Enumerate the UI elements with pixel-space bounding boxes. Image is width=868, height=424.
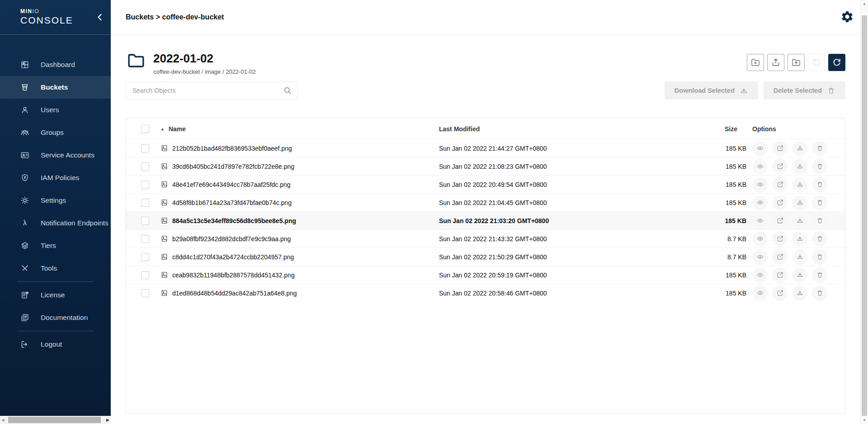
share-object-button[interactable] — [772, 177, 788, 192]
sidebar-item-label: Logout — [41, 340, 62, 348]
settings-gear-button[interactable] — [840, 10, 855, 25]
preview-object-button[interactable] — [752, 195, 768, 210]
preview-object-button[interactable] — [752, 231, 768, 247]
column-header-last-modified: Last Modified — [439, 125, 692, 133]
share-object-button[interactable] — [772, 141, 788, 156]
row-checkbox[interactable] — [141, 217, 149, 225]
delete-object-button[interactable] — [812, 195, 827, 210]
share-object-button[interactable] — [772, 267, 788, 283]
delete-object-button[interactable] — [812, 249, 827, 265]
delete-object-button[interactable] — [812, 267, 827, 283]
sidebar-item-notification-endpoints[interactable]: Notification Endpoints — [0, 212, 111, 234]
download-object-button[interactable] — [792, 177, 807, 192]
delete-object-button[interactable] — [812, 286, 827, 301]
delete-object-button[interactable] — [812, 231, 827, 247]
scroll-right-arrow[interactable]: ▶ — [106, 418, 109, 422]
row-checkbox[interactable] — [141, 162, 149, 171]
object-name: b29a08fbf92342d882dcbdf7e9c9c9aa.png — [172, 235, 291, 243]
sidebar-item-users[interactable]: Users — [0, 99, 111, 121]
upload-folder-button[interactable] — [788, 54, 805, 71]
sidebar-item-settings[interactable]: Settings — [0, 189, 111, 212]
sidebar-item-iam-policies[interactable]: IAM Policies — [0, 167, 111, 189]
download-object-button[interactable] — [792, 141, 807, 156]
table-row[interactable]: 212b052b1bad482fb8369533ebf0aeef.png Sun… — [126, 139, 845, 157]
row-checkbox[interactable] — [141, 181, 149, 189]
share-object-button[interactable] — [772, 213, 788, 229]
new-path-button[interactable] — [747, 54, 764, 71]
row-checkbox[interactable] — [141, 144, 149, 152]
row-checkbox[interactable] — [141, 199, 149, 207]
share-object-button[interactable] — [772, 159, 788, 174]
sidebar-item-label: Dashboard — [41, 61, 75, 69]
preview-object-button[interactable] — [752, 286, 768, 301]
download-icon — [796, 217, 804, 224]
share-object-button[interactable] — [772, 286, 788, 301]
preview-object-button[interactable] — [752, 249, 768, 265]
refresh-button[interactable] — [828, 54, 845, 71]
row-checkbox[interactable] — [141, 289, 149, 297]
object-name: 48e41ef7e69c443494cc78b7aaf25fdc.png — [172, 181, 291, 188]
download-object-button[interactable] — [792, 159, 807, 174]
preview-object-button[interactable] — [752, 159, 768, 174]
delete-object-button[interactable] — [812, 177, 827, 192]
shield-lock-icon — [20, 173, 29, 182]
table-row-highlighted[interactable]: 884a5c13c5e34eff89c56d8c95bee8e5.png Sun… — [126, 211, 845, 229]
share-object-button[interactable] — [772, 231, 788, 247]
download-object-button[interactable] — [792, 213, 807, 229]
row-checkbox[interactable] — [141, 235, 149, 243]
download-selected-button[interactable]: Download Selected — [665, 81, 758, 100]
sidebar-item-license[interactable]: License — [0, 284, 111, 306]
gear-icon — [840, 10, 854, 24]
table-row[interactable]: 48e41ef7e69c443494cc78b7aaf25fdc.png Sun… — [126, 175, 845, 193]
sidebar-item-buckets[interactable]: Buckets — [0, 76, 111, 99]
sidebar-item-tools[interactable]: Tools — [0, 257, 111, 280]
download-object-button[interactable] — [792, 195, 807, 210]
table-row[interactable]: ceab9832b11948bfb2887578dd451432.png Sun… — [126, 266, 845, 284]
scroll-up-arrow[interactable]: ▲ — [861, 2, 868, 6]
id-card-icon — [20, 151, 29, 160]
delete-object-button[interactable] — [812, 159, 827, 174]
rewind-button[interactable] — [808, 54, 825, 71]
eye-icon — [756, 271, 764, 279]
preview-object-button[interactable] — [752, 141, 768, 156]
column-header-name[interactable]: ▲Name — [153, 125, 439, 133]
row-checkbox[interactable] — [141, 271, 149, 279]
delete-selected-button[interactable]: Delete Selected — [764, 81, 845, 100]
sidebar-item-service-accounts[interactable]: Service Accounts — [0, 144, 111, 167]
sidebar-item-tiers[interactable]: Tiers — [0, 234, 111, 257]
preview-object-button[interactable] — [752, 177, 768, 192]
table-row[interactable]: b29a08fbf92342d882dcbdf7e9c9c9aa.png Sun… — [126, 229, 845, 248]
table-row[interactable]: c8dd4c1d270f43a2b4724ccbb2204957.png Sun… — [126, 248, 845, 266]
download-object-button[interactable] — [792, 249, 807, 265]
vertical-scrollbar-thumb[interactable] — [862, 15, 867, 416]
object-size: 185 KB — [692, 199, 746, 206]
select-all-checkbox[interactable] — [141, 125, 149, 133]
share-icon — [776, 144, 784, 152]
delete-object-button[interactable] — [812, 213, 827, 229]
breadcrumb[interactable]: Buckets > coffee-dev-bucket — [126, 13, 224, 21]
table-row[interactable]: d1ed868d48b54dd29ac842ab751a64e8.png Sun… — [126, 284, 845, 302]
row-checkbox[interactable] — [141, 253, 149, 261]
sidebar-item-groups[interactable]: Groups — [0, 121, 111, 144]
sidebar-item-label: Service Accounts — [41, 151, 94, 159]
upload-file-button[interactable] — [767, 54, 784, 71]
share-object-button[interactable] — [772, 249, 788, 265]
share-object-button[interactable] — [772, 195, 788, 210]
table-row[interactable]: 39cd6b405bc241d7897e782fcb722e8e.png Sun… — [126, 157, 845, 175]
download-object-button[interactable] — [792, 267, 807, 283]
sidebar-collapse-button[interactable] — [94, 12, 105, 23]
sidebar-item-documentation[interactable]: Documentation — [0, 306, 111, 329]
scroll-left-arrow[interactable]: ◀ — [1, 418, 5, 422]
download-object-button[interactable] — [792, 231, 807, 247]
delete-object-button[interactable] — [812, 141, 827, 156]
table-row[interactable]: 4d58f8b1b6714a23a73fd47bfae0b74c.png Sun… — [126, 193, 845, 211]
download-object-button[interactable] — [792, 286, 807, 301]
scroll-down-arrow[interactable]: ▼ — [861, 418, 868, 422]
sidebar-item-logout[interactable]: Logout — [0, 333, 111, 356]
sidebar-item-dashboard[interactable]: Dashboard — [0, 53, 111, 76]
horizontal-scrollbar-thumb[interactable] — [8, 417, 101, 423]
preview-object-button[interactable] — [752, 267, 768, 283]
search-input[interactable] — [126, 81, 297, 100]
preview-object-button[interactable] — [752, 213, 768, 229]
selection-buttons: Download Selected Delete Selected — [665, 81, 845, 100]
